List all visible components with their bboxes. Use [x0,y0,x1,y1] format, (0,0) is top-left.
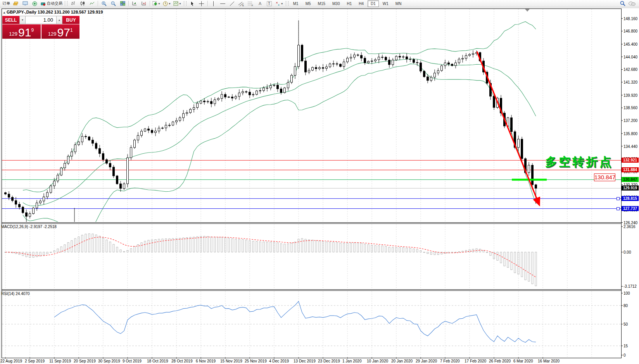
macd-tick-label: 0.00 [623,250,631,254]
ohlc-values: 130.262 131.200 128.567 129.919 [38,10,103,14]
date-tick-label: 23 Dec 2019 [318,359,340,363]
date-tick-label: 25 Nov 2019 [245,359,267,363]
main-pane [2,21,621,235]
price-box-annotation[interactable]: 130.847 [594,173,615,181]
date-tick-label: 18 Oct 2019 [147,359,168,363]
date-tick-label: 4 Dec 2019 [269,359,289,363]
rsi-tick-label: 0 [623,353,626,357]
date-tick-label: 7 Feb 2020 [440,359,460,363]
chart-canvas[interactable] [0,0,639,364]
rsi-tick-label: 15 [623,344,628,348]
price-tick-label: 142.680 [623,67,637,72]
price-level-tag: 128.815 [622,196,639,201]
price-tick-label: 139.920 [623,93,637,98]
buy-price-pips: 97 [57,27,70,38]
date-tick-label: 26 Feb 2020 [489,359,511,363]
rsi-line [54,301,536,342]
date-tick-label: 22 Aug 2019 [0,359,22,363]
date-tick-label: 28 Oct 2019 [171,359,192,363]
buy-button[interactable]: BUY [62,16,79,24]
price-tick-label: 148.160 [623,17,637,21]
trend-arrow [477,52,539,204]
rsi-pane [2,301,621,346]
date-tick-label: 9 Oct 2019 [123,359,142,363]
price-tick-label: 138.560 [623,106,637,110]
macd-tick-label: 2.3616 [623,225,636,229]
date-tick-label: 17 Feb 2020 [465,359,486,363]
buy-price-base: 129 [48,31,57,37]
symbol-title: GBPJPY-,Daily [7,10,36,14]
price-level-tag: 131.884 [622,167,639,172]
volume-increase-button[interactable]: ▲ [56,16,62,24]
price-tick-label: 145.400 [623,42,637,46]
date-tick-label: 29 Jan 2020 [416,359,437,363]
date-tick-label: 15 Nov 2019 [220,359,242,363]
date-tick-label: 2 Sep 2019 [25,359,45,363]
date-tick-label: 1 Jan 2020 [342,359,362,363]
bollinger-band-line [23,59,536,206]
sell-price-base: 129 [9,31,17,37]
macd-label: MACD(12,26,9) -2.9197 -2.2518 [1,225,57,229]
sell-price-pips: 91 [18,27,31,38]
date-tick-label: 20 Jan 2020 [391,359,413,363]
line-drag-handle[interactable] [617,197,620,200]
rsi-tick-label: 100 [623,291,630,295]
rsi-label: RSI(14) 24.4070 [1,292,29,296]
rsi-tick-label: 50 [623,322,628,326]
date-tick-label: 30 Sep 2019 [98,359,120,363]
sell-button[interactable]: SELL [2,16,19,24]
date-tick-label: 16 Mar 2020 [538,359,560,363]
chart-shift-marker-icon[interactable] [525,9,530,12]
one-click-trading-panel: SELL ▼ 1.00 ▲ BUY 129 91 9 129 97 1 [2,16,79,39]
price-level-tag: 130.847 [622,177,639,182]
sell-price-tile[interactable]: 129 91 9 [2,24,41,39]
buy-price-tile[interactable]: 129 97 1 [41,24,80,39]
buy-price-point: 1 [70,27,73,33]
price-tick-label: 137.200 [623,118,637,123]
price-tick-label: 144.040 [623,55,637,59]
macd-tick-label: -3.1712 [623,284,637,288]
rsi-tick-label: 80 [623,304,628,308]
price-tick-label: 141.320 [623,80,637,84]
turning-point-annotation[interactable]: 多空转折点 [545,154,613,170]
symbol-icon: ▲ [3,11,6,14]
line-drag-handle[interactable] [617,207,620,210]
price-level-tag: 127.737 [622,206,639,211]
chart-header: ▲GBPJPY-,Daily 130.262 131.200 128.567 1… [3,10,103,14]
price-tick-label: 146.800 [623,29,637,33]
price-tick-label: 134.440 [623,144,637,149]
date-tick-label: 11 Sep 2019 [49,359,71,363]
price-level-tag: 132.921 [622,158,639,163]
sell-price-point: 9 [31,27,34,33]
price-level-tag: 129.919 [622,185,639,191]
volume-input[interactable]: 1.00 [26,16,56,24]
price-tick-label: 135.800 [623,132,637,136]
volume-decrease-button[interactable]: ▼ [19,16,26,24]
date-tick-label: 6 Mar 2020 [513,359,533,363]
mt4-terminal: 订单 自动交易 [0,0,639,364]
date-tick-label: 13 Dec 2019 [294,359,316,363]
date-tick-label: 6 Nov 2019 [196,359,216,363]
macd-pane [5,234,537,286]
candles-layer [5,21,537,223]
date-tick-label: 10 Jan 2020 [367,359,388,363]
date-tick-label: 20 Sep 2019 [74,359,96,363]
